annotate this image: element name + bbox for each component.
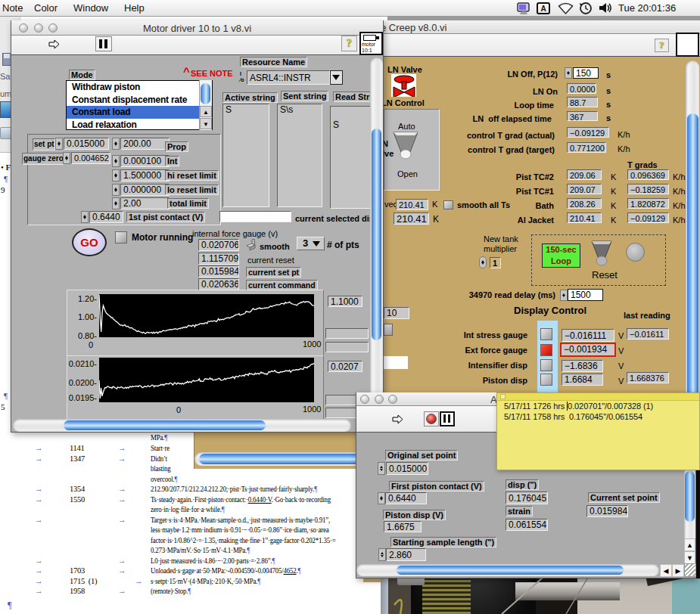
svg-text:A: A [540,5,546,13]
